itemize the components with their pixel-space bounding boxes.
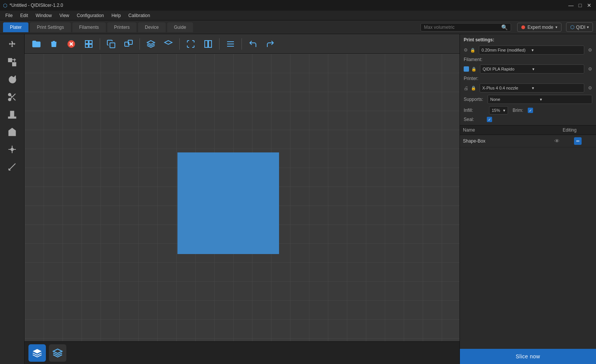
qidi-chevron: ▾ [587, 25, 589, 29]
menu-calibration[interactable]: Calibration [125, 12, 153, 19]
filament-value: QIDI PLA Rapido [483, 67, 532, 71]
table-row[interactable]: Shape-Box 👁 ✏ [460, 135, 596, 147]
expert-mode-indicator [521, 25, 525, 29]
printer-settings-icon[interactable]: ⚙ [588, 85, 592, 91]
menu-help[interactable]: Help [108, 12, 124, 19]
menubar: File Edit Window View Configuration Help… [0, 11, 596, 20]
svg-rect-25 [205, 41, 208, 47]
menu-file[interactable]: File [2, 12, 16, 19]
qidi-label: QIDI [576, 25, 585, 30]
col-editing: Editing [563, 127, 593, 133]
svg-rect-19 [89, 41, 92, 44]
quality-select[interactable]: 0.20mm Fine (modified) ▾ [479, 46, 584, 55]
tab-print-settings[interactable]: Print Settings [30, 22, 71, 32]
seal-label: Seal: [464, 117, 485, 122]
rotate-tool[interactable] [3, 71, 21, 88]
arrange-button[interactable] [81, 37, 97, 51]
redo-button[interactable] [262, 37, 278, 51]
fdm-tool[interactable] [3, 124, 21, 140]
sep5 [242, 38, 242, 50]
cut-tool[interactable] [3, 89, 21, 105]
filament-label: Filament: [464, 57, 485, 62]
sep3 [179, 38, 180, 50]
support-tool[interactable] [3, 106, 21, 123]
svg-point-11 [11, 148, 14, 151]
delete-all-button[interactable] [63, 37, 79, 51]
minimize-button[interactable]: — [567, 2, 575, 9]
viewport[interactable] [25, 54, 460, 341]
seal-checkbox[interactable]: ✓ [487, 117, 492, 122]
titlebar: ⬡ *Untitled - QIDISlicer-1.2.0 — □ ✕ [0, 0, 596, 11]
cut-objects-button[interactable] [200, 37, 216, 51]
col-name: Name [463, 127, 551, 133]
filament-color-swatch [464, 66, 469, 72]
slice-button[interactable]: Slice now [460, 349, 596, 364]
copy-button[interactable] [103, 37, 119, 51]
supports-select[interactable]: None ▾ [488, 95, 592, 104]
tab-guide[interactable]: Guide [167, 22, 193, 32]
filament-select[interactable]: QIDI PLA Rapido ▾ [480, 64, 584, 74]
view-top-button[interactable] [160, 37, 176, 51]
object-name: Shape-Box [463, 138, 551, 144]
menu-configuration[interactable]: Configuration [74, 12, 107, 19]
left-toolbar [0, 34, 25, 364]
3d-view-btn[interactable] [28, 344, 46, 362]
close-button[interactable]: ✕ [585, 2, 593, 9]
qidi-button[interactable]: ⬡ QIDI ▾ [566, 22, 593, 32]
supports-value: None [490, 97, 540, 102]
col-visible [551, 127, 563, 133]
undo-button[interactable] [245, 37, 261, 51]
brim-text: Brim: [513, 108, 523, 113]
infill-label: Infill: [464, 108, 485, 113]
printer-select[interactable]: X-Plus 4 0.4 nozzle ▾ [480, 83, 584, 93]
svg-line-8 [11, 96, 12, 97]
menu-window[interactable]: Window [33, 12, 55, 19]
layers-view-btn[interactable] [49, 344, 66, 362]
infill-select[interactable]: 15% ▾ [489, 106, 508, 115]
sep1 [100, 38, 100, 50]
maximize-button[interactable]: □ [576, 2, 584, 9]
tab-plater[interactable]: Plater [3, 22, 28, 32]
brim-checkbox[interactable]: ✓ [528, 108, 533, 113]
supports-label: Supports: [464, 97, 485, 102]
visibility-icon[interactable]: 👁 [551, 138, 563, 144]
tab-printers[interactable]: Printers [107, 22, 136, 32]
edit-icon[interactable]: ✏ [574, 137, 582, 145]
slice-label: Slice now [516, 353, 540, 359]
instance-button[interactable] [121, 37, 136, 51]
svg-rect-1 [13, 63, 16, 66]
print-settings-panel: Print settings: ⚙ 🔒 0.20mm Fine (modifie… [460, 34, 596, 126]
menu-edit[interactable]: Edit [17, 12, 31, 19]
filament-settings-icon[interactable]: ⚙ [588, 66, 592, 72]
measure-tool[interactable] [3, 158, 21, 175]
layers-button[interactable] [223, 37, 238, 51]
print-settings-gear-icon[interactable]: ⚙ [464, 47, 468, 53]
scale-tool[interactable] [3, 54, 21, 71]
tab-filaments[interactable]: Filaments [72, 22, 106, 32]
expert-mode-button[interactable]: Expert mode ▾ [517, 23, 561, 32]
view3d-button[interactable] [143, 37, 159, 51]
svg-rect-20 [85, 44, 88, 47]
svg-rect-10 [11, 111, 14, 117]
top-toolbar [25, 34, 460, 54]
filament-chevron: ▾ [532, 67, 582, 72]
svg-rect-26 [209, 41, 212, 47]
expert-mode-chevron: ▾ [555, 25, 557, 29]
quality-value: 0.20mm Fine (modified) [482, 48, 532, 52]
shape-box-object[interactable] [177, 152, 279, 254]
printer-icon: 🖨 [464, 85, 469, 91]
open-button[interactable] [28, 37, 44, 51]
delete-button[interactable] [46, 37, 62, 51]
print-settings-lock-icon: 🔒 [470, 48, 475, 53]
split-objects-button[interactable] [183, 37, 199, 51]
quality-settings-icon[interactable]: ⚙ [588, 47, 592, 53]
infill-value: 15% [492, 108, 500, 113]
brim-label: Brim: [513, 108, 523, 113]
seam-tool[interactable] [3, 141, 21, 158]
expert-mode-label: Expert mode [527, 25, 553, 30]
filament-lock-icon: 🔒 [471, 67, 477, 72]
menu-view[interactable]: View [56, 12, 72, 19]
search-input[interactable] [424, 25, 500, 30]
tab-device[interactable]: Device [138, 22, 166, 32]
move-tool[interactable] [3, 36, 21, 53]
